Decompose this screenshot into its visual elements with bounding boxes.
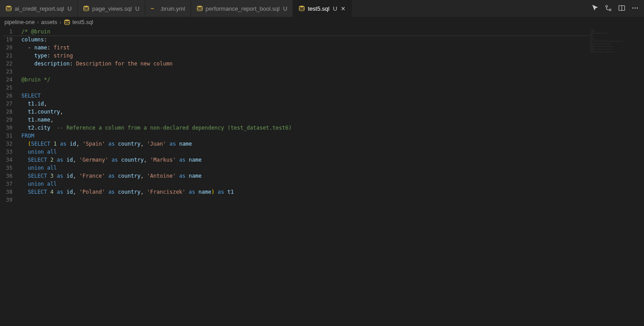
chevron-right-icon: › [59,19,61,25]
vertical-scrollbar[interactable] [638,28,644,326]
tab-label: page_views.sql [92,5,132,12]
breadcrumb[interactable]: pipeline-one › assets › test5.sql [0,17,644,28]
database-icon [83,5,90,12]
database-icon [5,5,12,12]
breadcrumb-segment[interactable]: test5.sql [73,19,94,25]
svg-point-2 [197,5,202,7]
svg-point-3 [299,5,304,7]
svg-point-9 [635,7,636,8]
close-icon[interactable]: ✕ [340,5,346,12]
yaml-icon: ~ [151,5,157,12]
svg-point-5 [609,9,611,11]
tab-page-views[interactable]: page_views.sql U [77,0,145,17]
breadcrumb-segment[interactable]: pipeline-one [4,19,35,25]
minimap[interactable]: columns: - name: first type: string desc… [589,28,638,326]
svg-point-1 [84,5,89,7]
tab-label: test5.sql [308,5,329,12]
svg-point-8 [632,7,634,8]
unsaved-indicator: U [135,5,139,12]
tab-ai-credit-report[interactable]: ai_credit_report.sql U [0,0,77,17]
more-actions-icon[interactable] [632,4,639,13]
unsaved-indicator: U [333,5,337,12]
tab-bruin-yml[interactable]: ~ .bruin.yml [145,0,191,17]
code-area[interactable]: /* @bruincolumns: - name: first type: st… [19,28,644,326]
editor[interactable]: 1192021222324252627282930313233343536373… [0,28,644,326]
tab-bar: ai_credit_report.sql U page_views.sql U … [0,0,644,17]
database-icon [298,5,305,12]
tab-test5[interactable]: test5.sql U ✕ [293,0,352,17]
svg-point-4 [606,5,607,7]
tabbar-actions [586,4,644,13]
breadcrumb-segment[interactable]: assets [41,19,57,25]
tab-label: ai_credit_report.sql [15,5,64,12]
database-icon [64,19,70,26]
chevron-right-icon: › [37,19,39,25]
unsaved-indicator: U [283,5,287,12]
compare-changes-icon[interactable] [605,4,612,13]
svg-point-0 [6,5,11,7]
cursor-pointer-icon [591,4,599,13]
unsaved-indicator: U [68,5,72,12]
tab-label: performance_report_bool.sql [206,5,280,12]
split-editor-icon[interactable] [618,4,625,13]
tab-performance-report[interactable]: performance_report_bool.sql U [191,0,293,17]
svg-point-10 [637,7,638,8]
line-number-gutter: 1192021222324252627282930313233343536373… [0,28,19,326]
svg-point-11 [64,19,69,21]
database-icon [196,5,203,12]
tab-label: .bruin.yml [160,5,185,12]
